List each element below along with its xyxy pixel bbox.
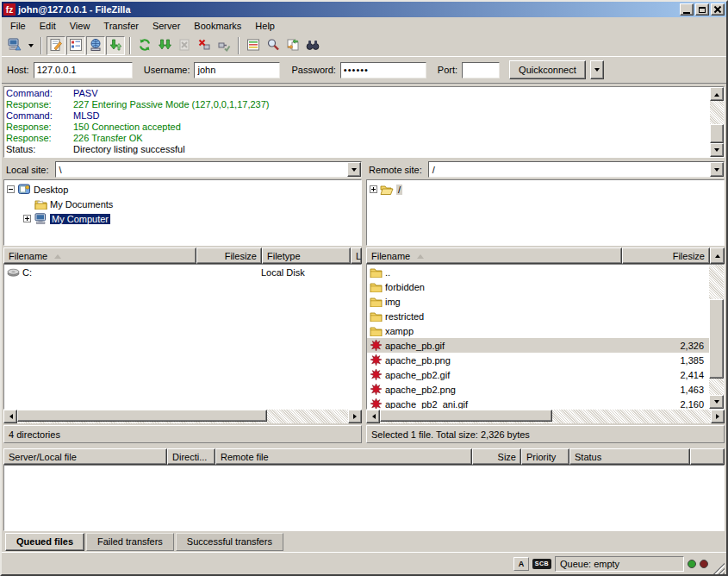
refresh-button[interactable] (135, 36, 154, 55)
scroll-up-button[interactable] (710, 87, 724, 101)
expand-icon[interactable] (370, 185, 377, 193)
arrow-right-icon (353, 414, 359, 419)
scroll-right-button[interactable] (711, 410, 725, 423)
scroll-down-button[interactable] (709, 395, 724, 409)
toggle-message-log-button[interactable] (47, 36, 65, 55)
queue-list[interactable] (3, 465, 725, 531)
menu-item-edit[interactable]: Edit (33, 18, 63, 34)
local-tree: Desktop My Documents My Computer (3, 179, 362, 246)
site-manager-icon (8, 38, 22, 53)
maximize-button[interactable] (695, 3, 709, 16)
remote-file-row[interactable]: img (367, 294, 709, 309)
tab-failed-transfers[interactable]: Failed transfers (86, 533, 174, 551)
resize-grip[interactable] (712, 561, 725, 574)
scroll-up-button[interactable] (710, 247, 725, 264)
menu-item-view[interactable]: View (63, 18, 97, 34)
status-bar: A SCB Queue: empty (2, 552, 726, 574)
remote-vertical-scrollbar[interactable] (709, 265, 724, 409)
scroll-left-button[interactable] (366, 410, 380, 423)
column-header-size[interactable]: Size (472, 448, 521, 465)
remote-file-row[interactable]: restricted (367, 309, 709, 323)
scroll-left-button[interactable] (3, 410, 17, 423)
log-line: Status:Directory listing successful (6, 144, 710, 155)
tree-item-desktop[interactable]: Desktop (7, 182, 361, 197)
remote-file-row[interactable]: apache_pb.png 1,385 (367, 353, 709, 367)
process-queue-button[interactable] (155, 36, 174, 55)
toggle-remote-tree-button[interactable] (86, 36, 105, 55)
column-header-filesize[interactable]: Filesize (196, 247, 262, 264)
menu-item-help[interactable]: Help (248, 18, 282, 34)
scroll-thumb[interactable] (17, 410, 267, 422)
title-bar[interactable]: fz john@127.0.0.1 - FileZilla (2, 2, 726, 17)
remote-file-row[interactable]: .. (367, 265, 709, 279)
menu-item-server[interactable]: Server (146, 18, 187, 34)
remote-file-row[interactable]: xampp (367, 323, 709, 338)
close-button[interactable] (711, 3, 725, 16)
scroll-thumb[interactable] (709, 299, 724, 379)
expand-icon[interactable] (23, 215, 31, 222)
column-header-filesize[interactable]: Filesize (622, 247, 710, 264)
toggle-local-tree-button[interactable] (66, 36, 85, 55)
local-site-combo[interactable]: \ (55, 161, 362, 178)
datatype-ascii-icon[interactable]: A (513, 557, 529, 571)
column-header-server-local-file[interactable]: Server/Local file (3, 448, 167, 465)
filter-button[interactable] (244, 36, 263, 55)
reconnect-button[interactable] (215, 36, 233, 55)
host-input[interactable] (34, 62, 133, 78)
menu-item-bookmarks[interactable]: Bookmarks (187, 18, 248, 34)
local-file-row[interactable]: C: Local Disk (4, 265, 361, 279)
column-header-lastmodified[interactable]: L (351, 247, 362, 264)
scroll-down-button[interactable] (710, 143, 724, 157)
directory-comparison-button[interactable] (283, 36, 302, 55)
column-header-filename[interactable]: Filename (366, 247, 622, 264)
remote-file-row[interactable]: forbidden (367, 279, 709, 294)
folder-icon (369, 297, 383, 307)
combo-dropdown-button[interactable] (347, 162, 361, 177)
speedlimit-icon[interactable]: SCB (532, 559, 551, 569)
tree-item-root[interactable]: / (370, 182, 724, 197)
scroll-thumb[interactable] (710, 124, 724, 143)
minimize-button[interactable] (680, 3, 694, 16)
menu-item-file[interactable]: File (3, 18, 33, 34)
remote-site-combo[interactable]: / (428, 161, 725, 178)
site-manager-dropdown[interactable] (25, 36, 36, 55)
message-log: Command:PASV Response:227 Entering Passi… (3, 86, 725, 158)
log-line: Command:MLSD (6, 110, 710, 122)
log-vertical-scrollbar[interactable] (710, 87, 724, 157)
disconnect-button[interactable] (195, 36, 214, 55)
chevron-down-icon (594, 68, 600, 74)
quickconnect-button[interactable]: Quickconnect (509, 60, 586, 79)
column-header-direction[interactable]: Directi... (167, 448, 215, 465)
synchronized-browsing-button[interactable] (303, 36, 322, 55)
remote-horizontal-scrollbar[interactable] (366, 410, 725, 423)
tree-item-my-computer[interactable]: My Computer (7, 211, 361, 226)
column-header-filetype[interactable]: Filetype (262, 247, 351, 264)
scroll-right-button[interactable] (348, 410, 362, 423)
column-header-status[interactable]: Status (569, 448, 690, 465)
column-header-remote-file[interactable]: Remote file (215, 448, 472, 465)
quickconnect-dropdown[interactable] (590, 60, 604, 79)
scroll-thumb[interactable] (380, 410, 552, 422)
remote-panel: Remote site: / / Filename Filesize (366, 160, 725, 443)
cancel-button[interactable] (175, 36, 194, 55)
tab-successful-transfers[interactable]: Successful transfers (176, 533, 283, 551)
desktop-icon (17, 184, 31, 195)
remote-file-row[interactable]: apache_pb2.png 1,463 (367, 382, 709, 397)
tab-queued-files[interactable]: Queued files (5, 533, 84, 551)
password-input[interactable] (340, 62, 426, 78)
remote-file-row[interactable]: apache_pb2.gif 2,414 (367, 367, 709, 382)
local-horizontal-scrollbar[interactable] (3, 410, 362, 423)
remote-file-row-selected[interactable]: apache_pb.gif 2,326 (367, 338, 709, 353)
toggle-transfer-queue-button[interactable] (106, 36, 125, 55)
tree-item-my-documents[interactable]: My Documents (7, 197, 361, 211)
menu-item-transfer[interactable]: Transfer (96, 18, 146, 34)
remote-file-row[interactable]: apache_pb2_ani.gif 2,160 (367, 397, 709, 409)
port-input[interactable] (462, 62, 500, 78)
collapse-icon[interactable] (7, 185, 15, 193)
search-button[interactable] (264, 36, 283, 55)
column-header-filename[interactable]: Filename (3, 247, 196, 264)
username-input[interactable] (194, 62, 280, 78)
site-manager-button[interactable] (5, 36, 24, 55)
column-header-priority[interactable]: Priority (521, 448, 569, 465)
combo-dropdown-button[interactable] (710, 162, 724, 177)
